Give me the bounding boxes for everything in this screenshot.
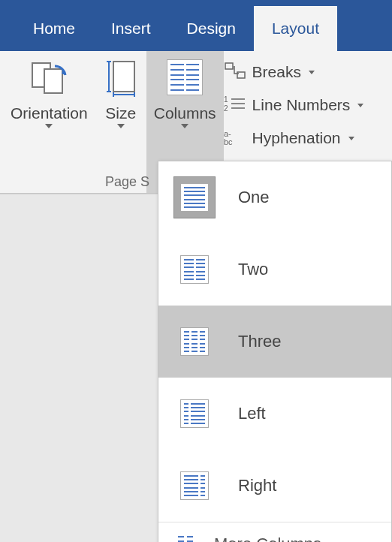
breaks-label: Breaks [252, 63, 301, 81]
tab-design[interactable]: Design [169, 6, 254, 51]
svg-rect-1 [44, 69, 62, 93]
more-columns-icon [178, 534, 199, 542]
chevron-down-icon [348, 137, 354, 140]
orientation-icon [28, 56, 70, 99]
svg-text:bc: bc [224, 137, 233, 146]
tab-home[interactable]: Home [15, 6, 93, 51]
svg-text:2: 2 [224, 104, 228, 113]
columns-three-icon [173, 321, 216, 363]
breaks-icon [224, 62, 246, 83]
ribbon-group-caption: Page S [105, 174, 149, 190]
size-button[interactable]: Size [95, 51, 146, 193]
columns-two-label: Two [238, 260, 268, 279]
line-numbers-label: Line Numbers [252, 96, 351, 114]
svg-rect-10 [237, 72, 245, 78]
tab-layout[interactable]: Layout [254, 6, 337, 51]
size-icon [103, 56, 139, 99]
hyphenation-button[interactable]: a- bc Hyphenation [224, 123, 367, 153]
columns-left-icon [173, 393, 216, 435]
columns-option-left[interactable]: Left [158, 378, 391, 450]
tab-insert-label: Insert [111, 20, 151, 38]
columns-label: Columns [154, 104, 216, 122]
columns-more-button[interactable]: More Columns... [158, 522, 391, 542]
columns-option-one[interactable]: One [158, 161, 391, 233]
columns-three-label: Three [238, 332, 281, 351]
svg-rect-2 [113, 62, 134, 92]
orientation-label: Orientation [11, 104, 88, 122]
columns-one-icon [173, 176, 216, 218]
line-numbers-button[interactable]: 1 2 Line Numbers [224, 90, 367, 120]
columns-one-label: One [238, 188, 270, 207]
columns-right-label: Right [238, 476, 276, 495]
breaks-button[interactable]: Breaks [224, 57, 367, 87]
columns-two-icon [173, 248, 216, 291]
tab-bar: Home Insert Design Layout [0, 0, 392, 51]
columns-left-label: Left [238, 404, 266, 423]
columns-dropdown: One Two Three Left [158, 161, 392, 542]
svg-text:1: 1 [224, 95, 228, 104]
tab-home-label: Home [33, 20, 75, 38]
chevron-down-icon [45, 124, 53, 128]
orientation-button[interactable]: Orientation [3, 51, 95, 193]
tab-insert[interactable]: Insert [93, 6, 169, 51]
columns-option-three[interactable]: Three [158, 306, 391, 378]
chevron-down-icon [181, 124, 188, 128]
hyphenation-label: Hyphenation [252, 129, 341, 147]
tab-design-label: Design [187, 20, 236, 38]
columns-icon [167, 56, 203, 99]
chevron-down-icon [117, 124, 125, 128]
more-columns-label: More Columns... [214, 534, 335, 542]
svg-rect-9 [225, 63, 233, 69]
chevron-down-icon [309, 71, 315, 74]
size-label: Size [105, 104, 136, 122]
columns-option-two[interactable]: Two [158, 233, 391, 306]
hyphenation-icon: a- bc [224, 128, 246, 149]
columns-right-icon [173, 465, 216, 507]
tab-layout-label: Layout [272, 20, 319, 38]
columns-option-right[interactable]: Right [158, 450, 391, 522]
line-numbers-icon: 1 2 [224, 95, 246, 116]
chevron-down-icon [357, 104, 363, 107]
